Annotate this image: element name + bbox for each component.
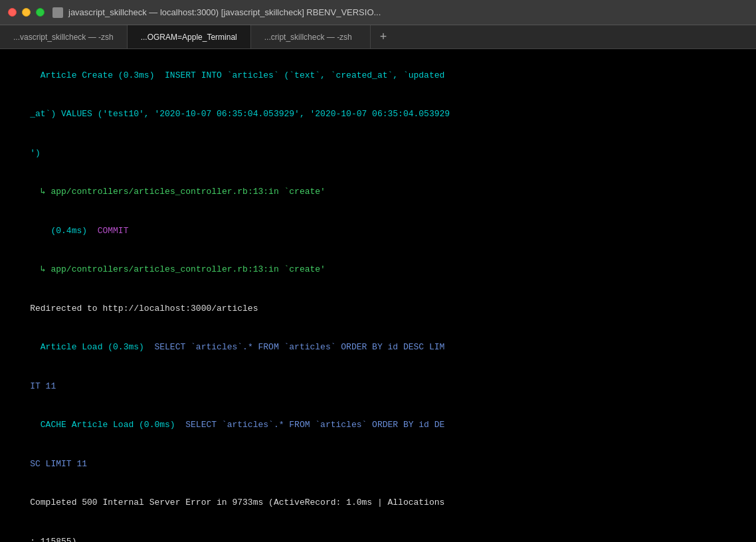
tabbar: ...vascript_skillcheck — -zsh ...OGRAM=A…	[0, 25, 756, 49]
terminal-line: (0.4ms) COMMIT	[9, 211, 747, 250]
terminal-line: Article Load (0.3ms) SELECT `articles`.*…	[9, 328, 747, 367]
close-button[interactable]	[8, 8, 17, 17]
line-cache-1: CACHE Article Load (0.0ms)	[30, 420, 175, 430]
minimize-button[interactable]	[22, 8, 31, 17]
line-completed: Completed 500 Internal Server Error in 9…	[30, 497, 444, 507]
terminal-line: ↳ app/controllers/articles_controller.rb…	[9, 250, 747, 290]
tab-3[interactable]: ...cript_skillcheck — -zsh	[251, 25, 371, 48]
line-allocations-count: : 115855)	[30, 537, 76, 543]
line-commit: COMMIT	[87, 226, 128, 236]
terminal-line: _at`) VALUES ('test10', '2020-10-07 06:3…	[9, 95, 747, 134]
tab-2-label: ...OGRAM=Apple_Terminal	[141, 33, 237, 42]
terminal-line: : 115855)	[9, 522, 747, 542]
line-redirected: Redirected to http://localhost:3000/arti…	[30, 304, 258, 314]
tab-1[interactable]: ...vascript_skillcheck — -zsh	[0, 25, 128, 48]
terminal-line: Redirected to http://localhost:3000/arti…	[9, 289, 747, 328]
terminal-icon	[52, 7, 63, 18]
terminal-line: ↳ app/controllers/articles_controller.rb…	[9, 173, 747, 212]
line-commit-ms: (0.4ms)	[30, 226, 87, 236]
line-values-close: ')	[30, 148, 41, 158]
terminal-line: Article Create (0.3ms) INSERT INTO `arti…	[9, 56, 747, 95]
terminal-line: SC LIMIT 11	[9, 444, 747, 484]
maximize-button[interactable]	[36, 8, 45, 17]
tab-1-label: ...vascript_skillcheck — -zsh	[13, 33, 114, 42]
line-article-load-1: Article Load (0.3ms)	[30, 342, 144, 352]
terminal-line: Completed 500 Internal Server Error in 9…	[9, 484, 747, 523]
terminal-line: ')	[9, 134, 747, 173]
terminal-line: IT 11	[9, 367, 747, 406]
tab-2[interactable]: ...OGRAM=Apple_Terminal	[128, 25, 251, 48]
new-tab-button[interactable]: +	[371, 25, 397, 48]
line-it-11: IT 11	[30, 381, 56, 391]
line-select-2: SELECT `articles`.* FROM `articles` ORDE…	[175, 420, 445, 430]
line-sc-limit: SC LIMIT 11	[30, 459, 87, 469]
terminal-line: CACHE Article Load (0.0ms) SELECT `artic…	[9, 406, 747, 445]
line-select-1: SELECT `articles`.* FROM `articles` ORDE…	[144, 342, 444, 352]
line-at-values: _at`) VALUES ('test10', '2020-10-07 06:3…	[30, 109, 450, 119]
titlebar: javascript_skillcheck — localhost:3000) …	[0, 0, 756, 25]
line-arrow-2: ↳ app/controllers/articles_controller.rb…	[30, 264, 326, 274]
titlebar-title: javascript_skillcheck — localhost:3000) …	[68, 7, 381, 17]
terminal-content[interactable]: Article Create (0.3ms) INSERT INTO `arti…	[0, 49, 756, 542]
traffic-lights	[8, 8, 45, 17]
tab-3-label: ...cript_skillcheck — -zsh	[264, 33, 352, 42]
line-article-create: Article Create (0.3ms) INSERT INTO `arti…	[30, 70, 444, 80]
line-arrow-1: ↳ app/controllers/articles_controller.rb…	[30, 187, 326, 197]
